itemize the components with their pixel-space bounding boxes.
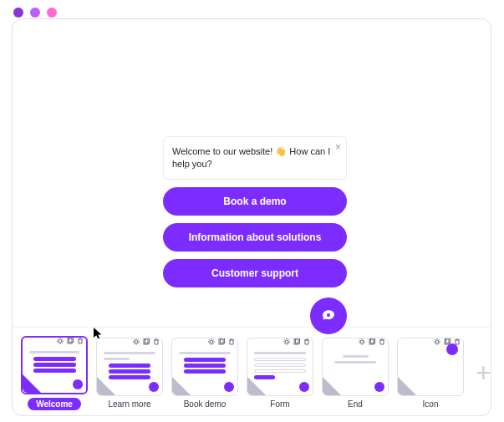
trash-icon[interactable]	[152, 338, 160, 346]
editor-window: × Welcome to our website! 👋 How can I he…	[12, 18, 491, 416]
close-icon[interactable]: ×	[335, 140, 341, 154]
slide-thumb-card	[96, 338, 163, 396]
copy-icon[interactable]	[368, 338, 376, 346]
thumb-tools	[358, 338, 386, 346]
svg-point-2	[59, 339, 62, 343]
slide-corner-badge	[172, 377, 191, 395]
slide-corner-badge	[398, 377, 416, 395]
slide-thumb-label: End	[348, 399, 363, 409]
copy-icon[interactable]	[217, 338, 226, 346]
mini-fab-icon	[374, 382, 384, 392]
plus-icon: +	[476, 358, 491, 389]
slide-thumb-welcome[interactable]: Welcome	[21, 336, 88, 410]
gear-icon[interactable]	[132, 338, 140, 346]
svg-point-1	[327, 313, 330, 317]
copy-icon[interactable]	[293, 338, 301, 346]
mini-fab-icon	[73, 379, 83, 389]
gear-icon[interactable]	[358, 338, 366, 346]
slide-corner-badge	[23, 374, 41, 393]
slide-thumb-card	[21, 336, 88, 394]
app-frame: × Welcome to our website! 👋 How can I he…	[0, 0, 504, 422]
thumb-tools	[207, 338, 236, 346]
slide-thumb-label: Book demo	[184, 399, 227, 409]
chat-bubble-icon	[319, 307, 338, 325]
slide-thumb-card	[322, 338, 389, 396]
trash-icon[interactable]	[76, 337, 84, 345]
chat-launcher-fab[interactable]	[310, 297, 347, 334]
trash-icon[interactable]	[303, 338, 311, 346]
svg-point-8	[210, 340, 213, 343]
mini-fab-icon	[299, 382, 309, 392]
svg-point-5	[135, 340, 138, 343]
trash-icon[interactable]	[227, 338, 236, 346]
slide-thumb-label: Icon	[423, 399, 439, 409]
thumb-tools	[132, 338, 160, 346]
slide-thumb-learn-more[interactable]: Learn more	[96, 338, 163, 409]
greeting-bubble: × Welcome to our website! 👋 How can I he…	[163, 136, 347, 180]
add-slide-button[interactable]: +	[476, 344, 491, 403]
svg-point-11	[285, 340, 288, 343]
greeting-text-prefix: Welcome to our website!	[172, 146, 275, 156]
preview-canvas: × Welcome to our website! 👋 How can I he…	[13, 19, 491, 327]
wave-emoji: 👋	[275, 145, 287, 158]
window-dot-min[interactable]	[30, 8, 40, 18]
gear-icon[interactable]	[283, 338, 291, 346]
slide-thumb-icon[interactable]: Icon	[397, 338, 464, 409]
thumb-tools	[56, 337, 84, 345]
svg-point-17	[435, 340, 439, 343]
slide-thumb-label: Learn more	[108, 399, 150, 409]
copy-icon[interactable]	[66, 337, 74, 345]
slide-thumb-form[interactable]: Form	[247, 338, 313, 409]
window-dot-close[interactable]	[13, 8, 23, 18]
option-info-solutions-button[interactable]: Information about solutions	[163, 223, 347, 252]
mini-fab-icon	[446, 343, 458, 355]
slide-thumb-book-demo[interactable]: Book demo	[171, 338, 238, 409]
chat-widget-preview: × Welcome to our website! 👋 How can I he…	[163, 136, 347, 287]
gear-icon[interactable]	[433, 338, 441, 346]
mini-fab-icon	[149, 382, 159, 392]
slide-thumb-label: Welcome	[28, 398, 81, 410]
option-book-demo-button[interactable]: Book a demo	[163, 187, 347, 216]
gear-icon[interactable]	[56, 337, 64, 345]
slide-thumb-card	[397, 338, 464, 396]
window-dot-max[interactable]	[47, 8, 57, 18]
slide-thumb-card	[171, 338, 238, 396]
svg-point-14	[360, 340, 364, 343]
slide-thumb-card	[247, 338, 313, 396]
copy-icon[interactable]	[142, 338, 150, 346]
gear-icon[interactable]	[207, 338, 216, 346]
slide-thumb-end[interactable]: End	[322, 338, 389, 409]
slide-tray: Welcome	[13, 327, 491, 415]
trash-icon[interactable]	[378, 338, 386, 346]
mini-fab-icon	[224, 382, 234, 392]
thumb-tools	[283, 338, 311, 346]
slide-thumb-label: Form	[270, 399, 289, 409]
option-customer-support-button[interactable]: Customer support	[163, 259, 347, 287]
slide-corner-badge	[323, 377, 341, 395]
